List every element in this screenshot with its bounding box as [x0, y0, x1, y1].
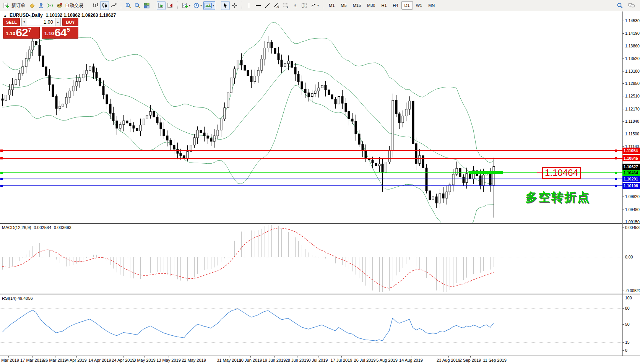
- chart-candles-button[interactable]: [100, 1, 109, 10]
- periods-button[interactable]: ▾: [192, 1, 203, 10]
- timeframe-d1[interactable]: D1: [401, 1, 413, 10]
- channel-button[interactable]: E: [272, 1, 281, 10]
- price-axis-label: 1.13860: [625, 44, 640, 48]
- autotrade-button[interactable]: [55, 1, 64, 10]
- turning-point-annotation[interactable]: 多空转折点: [525, 189, 590, 205]
- candle: [318, 82, 320, 98]
- templates-button[interactable]: ▾: [203, 1, 215, 10]
- auto-scroll-icon: [158, 2, 164, 9]
- auto-scroll-button[interactable]: [157, 1, 166, 10]
- candle: [82, 70, 84, 81]
- text-label-icon: T: [301, 2, 307, 9]
- price-axis-label: 1.12170: [625, 107, 640, 111]
- timeframe-m5[interactable]: M5: [338, 1, 349, 10]
- macd-canvas: [0, 224, 622, 294]
- buy-price-panel[interactable]: 1.10 64 5: [42, 27, 78, 39]
- macd-pane[interactable]: [0, 224, 622, 294]
- vertical-line-button[interactable]: [245, 1, 253, 10]
- chat-button[interactable]: [627, 1, 636, 10]
- collapse-panel-icon[interactable]: ▲: [3, 14, 7, 18]
- candle: [308, 89, 310, 102]
- axis-tick: [622, 308, 624, 309]
- line-handle: [615, 150, 617, 152]
- cursor-button[interactable]: [221, 1, 230, 10]
- arrows-button[interactable]: ▾: [309, 1, 320, 10]
- tile-windows-icon: [143, 2, 150, 9]
- candle: [288, 55, 289, 70]
- timeframe-m1[interactable]: M1: [326, 1, 338, 10]
- signals-button[interactable]: [46, 1, 55, 10]
- sell-price-pips: 62: [16, 28, 28, 37]
- date-tick: [229, 356, 229, 358]
- horizontal-line-button[interactable]: [254, 1, 263, 10]
- new-order-button[interactable]: [2, 1, 10, 10]
- sell-button[interactable]: SELL: [3, 18, 20, 26]
- timeframe-h1[interactable]: H1: [378, 1, 390, 10]
- candle: [170, 138, 172, 150]
- volume-input[interactable]: 1.00: [27, 18, 55, 26]
- date-label: 23 Aug 2019: [437, 358, 460, 362]
- buy-button[interactable]: BUY: [62, 18, 78, 26]
- new-chart-icon: [182, 2, 188, 9]
- volume-increase-button[interactable]: ▲: [55, 18, 61, 26]
- search-button[interactable]: [616, 1, 624, 10]
- zoom-in-button[interactable]: [124, 1, 133, 10]
- axis-tick: [622, 33, 624, 34]
- pane-divider[interactable]: [0, 294, 640, 294]
- volume-decrease-button[interactable]: ▼: [21, 18, 27, 26]
- candle: [456, 162, 458, 177]
- line-handle: [0, 185, 3, 187]
- timeframe-m30[interactable]: M30: [364, 1, 378, 10]
- date-label: 17 Mar 2019: [20, 358, 44, 362]
- timeframe-w1[interactable]: W1: [413, 1, 426, 10]
- date-tick: [123, 356, 123, 358]
- chart-shift-icon: [167, 2, 174, 9]
- date-axis[interactable]: 7 Mar 201917 Mar 201926 Mar 20194 Apr 20…: [0, 356, 640, 364]
- chart-bars-button[interactable]: [91, 1, 100, 10]
- timeframe-h4[interactable]: H4: [390, 1, 401, 10]
- text-button[interactable]: A: [291, 1, 299, 10]
- date-tick: [100, 356, 100, 358]
- crosshair-button[interactable]: [230, 1, 239, 10]
- timeframe-m15[interactable]: M15: [350, 1, 364, 10]
- trendline-button[interactable]: [263, 1, 272, 10]
- candle: [301, 75, 303, 95]
- dropdown-arrow-icon: ▾: [213, 4, 214, 7]
- timeframe-group: M1M5M15M30H1H4D1W1MN: [326, 1, 438, 10]
- zoom-out-button[interactable]: [133, 1, 142, 10]
- candle: [261, 55, 263, 73]
- axis-tick: [622, 134, 624, 134]
- price-axis[interactable]: 1.145301.141901.138601.135201.131801.128…: [622, 0, 640, 364]
- fibonacci-button[interactable]: F: [281, 1, 290, 10]
- sell-price-fraction: 7: [28, 27, 31, 32]
- chart-shift-button[interactable]: [166, 1, 175, 10]
- tile-windows-button[interactable]: [142, 1, 151, 10]
- main-toolbar: 新订单 自动交易 ▾ ▾: [0, 0, 640, 11]
- date-label: 13 May 2019: [156, 358, 181, 362]
- text-label-button[interactable]: T: [300, 1, 309, 10]
- new-order-label[interactable]: 新订单: [11, 2, 25, 9]
- autotrade-label[interactable]: 自动交易: [65, 2, 83, 9]
- rsi-pane[interactable]: [0, 294, 622, 356]
- new-chart-button[interactable]: ▾: [180, 1, 192, 10]
- candle: [392, 94, 394, 158]
- price-annotation-box[interactable]: 1.10464: [542, 167, 581, 179]
- candle: [86, 64, 88, 81]
- candle: [39, 39, 41, 61]
- candle: [402, 110, 404, 128]
- axis-tick: [622, 197, 624, 197]
- sell-price-panel[interactable]: 1.10 62 7: [3, 27, 40, 39]
- timeframe-mn[interactable]: MN: [425, 1, 438, 10]
- deposit-button[interactable]: [28, 1, 36, 10]
- price-axis-label: 1.13520: [625, 56, 640, 61]
- profile-button[interactable]: [37, 1, 45, 10]
- pane-divider[interactable]: [0, 223, 640, 224]
- axis-tick: [622, 58, 624, 59]
- candle: [439, 189, 441, 209]
- line-handle: [615, 157, 617, 159]
- line-handle: [0, 172, 3, 174]
- chart-line-button[interactable]: [109, 1, 118, 10]
- candle: [224, 102, 226, 121]
- date-tick: [318, 356, 318, 358]
- candle: [55, 94, 57, 115]
